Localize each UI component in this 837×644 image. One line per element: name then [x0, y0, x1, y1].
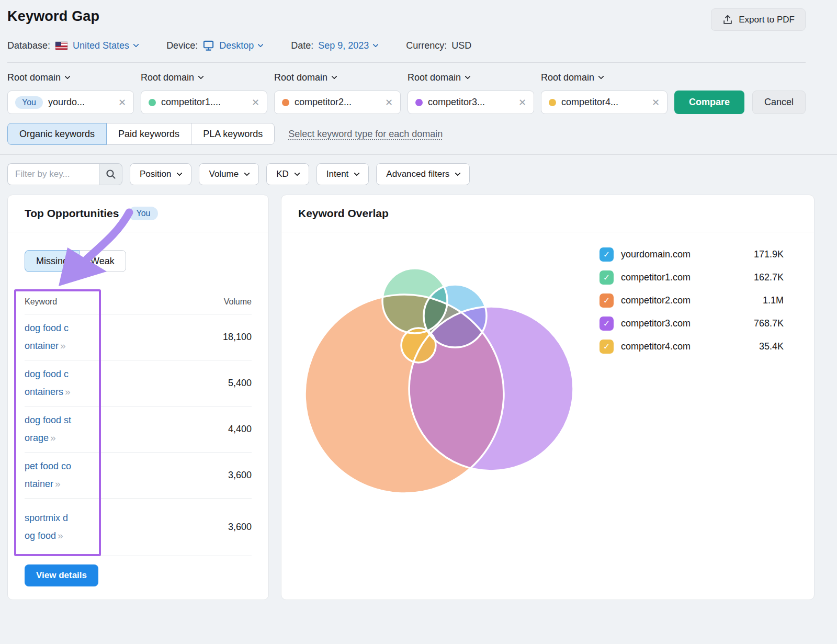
- keyword-overlap-card: Keyword Overlap: [281, 195, 815, 600]
- domain-chip-text: competitor3...: [428, 97, 513, 108]
- currency-value: USD: [451, 40, 471, 51]
- domain-chip-competitor3[interactable]: competitor3... ✕: [408, 91, 534, 114]
- opportunity-toggle: Missing Weak: [25, 250, 252, 272]
- competitor3-checkbox[interactable]: ✓: [600, 317, 614, 331]
- table-row: dog food containers» 5,400: [25, 360, 252, 406]
- volume-value: 5,400: [228, 378, 252, 389]
- search-icon: [105, 168, 117, 180]
- keyword-link[interactable]: dog food container»: [25, 320, 72, 354]
- domain-chip-competitor2[interactable]: competitor2... ✕: [274, 91, 401, 114]
- volume-filter[interactable]: Volume: [199, 163, 259, 185]
- competitor2-checkbox[interactable]: ✓: [600, 293, 614, 308]
- chevron-down-icon: [455, 170, 461, 176]
- root-domain-dropdown-1[interactable]: Root domain: [7, 70, 134, 85]
- remove-domain-icon[interactable]: ✕: [518, 97, 526, 108]
- cancel-button[interactable]: Cancel: [752, 91, 806, 114]
- intent-filter[interactable]: Intent: [316, 163, 369, 185]
- legend-value: 171.9K: [754, 249, 784, 260]
- volume-column-header: Volume: [224, 297, 252, 307]
- export-icon: [722, 14, 733, 26]
- device-label: Device:: [166, 40, 198, 51]
- domain-chip-text: competitor2...: [295, 97, 380, 108]
- keyword-expand-icon: »: [55, 478, 60, 489]
- currency-display: Currency: USD: [406, 40, 471, 51]
- chevron-down-icon: [598, 73, 604, 79]
- select-keyword-type-link[interactable]: Select keyword type for each domain: [288, 129, 443, 140]
- advanced-filters[interactable]: Advanced filters: [376, 163, 470, 185]
- legend-row-competitor1: ✓ competitor1.com 162.7K: [600, 269, 784, 286]
- root-domain-dropdown-4[interactable]: Root domain: [408, 70, 534, 85]
- device-selector[interactable]: Device: Desktop: [166, 40, 263, 51]
- chevron-down-icon: [465, 73, 470, 79]
- domain-chip-yourdomain[interactable]: You yourdo... ✕: [7, 91, 134, 114]
- keyword-expand-icon: »: [65, 386, 70, 397]
- competitor4-dot: [549, 99, 556, 106]
- remove-domain-icon[interactable]: ✕: [118, 97, 126, 108]
- legend-row-yourdomain: ✓ yourdomain.com 171.9K: [600, 246, 784, 263]
- keyword-column-header: Keyword: [25, 297, 57, 307]
- you-badge: You: [15, 96, 43, 109]
- page-header: Keyword Gap Export to PDF Database: Unit…: [0, 0, 837, 63]
- legend-domain: competitor1.com: [621, 272, 691, 283]
- remove-domain-icon[interactable]: ✕: [652, 97, 660, 108]
- legend-domain: competitor4.com: [621, 341, 691, 352]
- kd-filter[interactable]: KD: [266, 163, 309, 185]
- table-row: dog food container» 18,100: [25, 314, 252, 360]
- opportunities-table: Keyword Volume dog food container» 18,10…: [25, 289, 252, 556]
- table-row: pet food container» 3,600: [25, 453, 252, 499]
- table-row: sportmix dog food» 3,600: [25, 499, 252, 556]
- domain-chip-competitor1[interactable]: competitor1.... ✕: [141, 91, 267, 114]
- page-title: Keyword Gap: [7, 8, 99, 25]
- competitor4-checkbox[interactable]: ✓: [600, 340, 614, 354]
- position-filter[interactable]: Position: [130, 163, 191, 185]
- legend-domain: competitor3.com: [621, 318, 691, 329]
- weak-toggle[interactable]: Weak: [79, 250, 126, 272]
- keyword-filter-input[interactable]: [7, 163, 99, 185]
- chevron-down-icon: [258, 41, 264, 47]
- database-value: United States: [73, 40, 129, 51]
- chevron-down-icon: [244, 170, 250, 176]
- keyword-expand-icon: »: [58, 530, 63, 541]
- keyword-link[interactable]: dog food containers»: [25, 366, 72, 400]
- venn-legend: ✓ yourdomain.com 171.9K ✓ competitor1.co…: [600, 246, 784, 361]
- date-selector[interactable]: Date: Sep 9, 2023: [291, 40, 378, 51]
- database-label: Database:: [7, 40, 50, 51]
- view-details-button[interactable]: View details: [25, 564, 98, 586]
- chevron-down-icon: [354, 170, 360, 176]
- remove-domain-icon[interactable]: ✕: [252, 97, 259, 108]
- header-divider: [7, 62, 806, 63]
- competitor1-dot: [149, 99, 156, 106]
- tab-pla-keywords[interactable]: PLA keywords: [191, 123, 275, 145]
- top-opportunities-card: Top Opportunities You Missing Weak Keywo…: [7, 195, 269, 600]
- domain-chip-text: competitor1....: [161, 97, 246, 108]
- keyword-link[interactable]: sportmix dog food»: [25, 510, 72, 544]
- yourdomain-checkbox[interactable]: ✓: [600, 247, 614, 262]
- legend-row-competitor3: ✓ competitor3.com 768.7K: [600, 315, 784, 332]
- table-row: dog food storage» 4,400: [25, 406, 252, 453]
- database-selector[interactable]: Database: United States: [7, 40, 138, 51]
- chevron-down-icon: [133, 41, 139, 47]
- top-opportunities-title: Top Opportunities: [25, 207, 119, 220]
- legend-domain: competitor2.com: [621, 295, 691, 306]
- compare-button[interactable]: Compare: [674, 91, 744, 114]
- missing-toggle[interactable]: Missing: [25, 250, 80, 272]
- keyword-expand-icon: »: [50, 432, 55, 443]
- domain-chip-competitor4[interactable]: competitor4... ✕: [541, 91, 668, 114]
- competitor1-checkbox[interactable]: ✓: [600, 270, 614, 285]
- export-to-pdf-button[interactable]: Export to PDF: [711, 8, 806, 31]
- search-button[interactable]: [99, 163, 122, 185]
- volume-value: 3,600: [228, 522, 252, 533]
- tab-paid-keywords[interactable]: Paid keywords: [106, 123, 191, 145]
- volume-value: 18,100: [223, 332, 252, 343]
- chevron-down-icon: [64, 73, 70, 79]
- chevron-down-icon: [373, 41, 379, 47]
- remove-domain-icon[interactable]: ✕: [385, 97, 393, 108]
- root-domain-dropdown-5[interactable]: Root domain: [541, 70, 668, 85]
- chevron-down-icon: [198, 73, 203, 79]
- chevron-down-icon: [177, 170, 183, 176]
- keyword-link[interactable]: dog food storage»: [25, 412, 72, 446]
- tab-organic-keywords[interactable]: Organic keywords: [7, 123, 107, 145]
- root-domain-dropdown-2[interactable]: Root domain: [141, 70, 267, 85]
- keyword-link[interactable]: pet food container»: [25, 458, 72, 492]
- root-domain-dropdown-3[interactable]: Root domain: [274, 70, 401, 85]
